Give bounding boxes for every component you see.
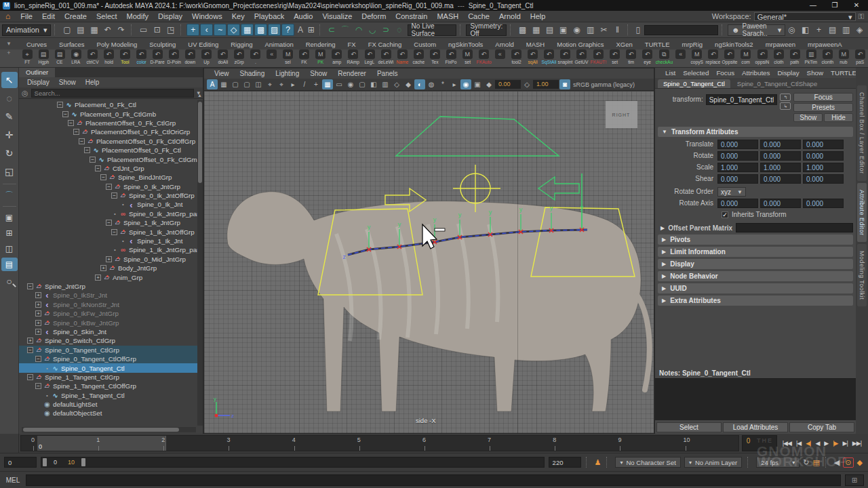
paint-select-tool-icon[interactable]: ✎ (1, 108, 18, 125)
outliner-item[interactable]: Spine_1_Tangent_Ctl (19, 391, 197, 400)
maximize-button[interactable]: ❐ (826, 0, 844, 11)
outliner-item[interactable]: Body_JntGrp (19, 264, 197, 272)
two-pane-layout-icon[interactable]: ◫ (1, 242, 18, 256)
time-tick[interactable]: 5 (347, 436, 412, 451)
time-slider-grip[interactable] (0, 434, 19, 453)
loop-mode-icon[interactable]: ↻ (803, 458, 809, 467)
shelf-tab-menu-icon[interactable]: ▾ (7, 40, 11, 47)
notes-textarea[interactable] (655, 378, 856, 420)
set-key-icon[interactable]: ◆ (857, 458, 863, 467)
shelf-button[interactable]: ↶ cache (410, 49, 427, 65)
focus-button[interactable]: Focus (793, 93, 853, 102)
shelf-tab[interactable]: Arnold (489, 39, 519, 49)
outliner-item[interactable]: Spine_0_Switch_CtlGrp (19, 336, 197, 345)
outliner-menu-item[interactable]: Show (55, 79, 80, 86)
rotate-tool-icon[interactable]: ‹ (200, 24, 213, 36)
animation-preferences-icon[interactable]: ⊙ (843, 458, 853, 468)
shelf-button[interactable]: ↶ doAll (215, 49, 231, 65)
menu-item[interactable]: Playback (250, 11, 290, 22)
shelf-button[interactable]: ↶ GetUV (574, 49, 590, 65)
shelf-button[interactable]: ↶ set (607, 49, 623, 65)
outliner-item[interactable]: defaultObjectSet (19, 409, 197, 418)
expand-toggle-icon[interactable] (111, 247, 119, 253)
menu-item[interactable]: Cache (463, 11, 494, 22)
viewport-menu-item[interactable]: Shading (235, 70, 270, 77)
menu-set-dropdown[interactable]: Animation ▾ (2, 24, 51, 36)
outliner-search-input[interactable]: Search... (31, 89, 195, 98)
status-search-input[interactable] (644, 25, 718, 35)
workspace-dropdown[interactable]: General* ▾ (754, 12, 856, 21)
offset-parent-matrix-section[interactable]: ▶ Offset Parent Matrix (658, 223, 853, 232)
shelf-button[interactable]: ↶ snapInt (557, 49, 574, 65)
outliner-item[interactable]: PlacementOffset_0_Fk_CtlGrp (19, 119, 197, 127)
collapsed-section-header[interactable]: ▶ Pivots (658, 235, 853, 245)
sync-icon[interactable]: ◎ (787, 24, 796, 36)
range-end-handle[interactable] (81, 458, 85, 466)
outliner-item[interactable]: Anim_Grp (19, 272, 197, 281)
expand-toggle-icon[interactable] (106, 256, 112, 262)
value-field-y[interactable]: 0.000 (760, 199, 801, 208)
expand-toggle-icon[interactable] (35, 320, 41, 326)
range-start-handle[interactable] (43, 458, 47, 466)
menu-item[interactable]: Create (60, 11, 92, 22)
shelf-button[interactable]: ↶ . (248, 49, 264, 65)
outliner-item[interactable]: Spine_0_Mid_JntGrp (19, 255, 197, 264)
outliner-item[interactable]: PlacementOffset_0_Fk_CtlOriGrp (19, 127, 197, 136)
sidebar-toggle-icon[interactable]: ◧ (799, 24, 812, 36)
swap-node-back-icon[interactable]: ↳ (780, 102, 791, 110)
tab-transform-node[interactable]: Spine_0_Tangent_Ctl (658, 79, 730, 88)
gate-mask-icon[interactable]: ▢ (357, 79, 368, 89)
attribute-editor-menu-item[interactable]: Show (803, 69, 827, 77)
presets-button[interactable]: Presets (793, 103, 853, 112)
collapsed-section-header[interactable]: ▶ Display (658, 259, 853, 269)
tool-settings-icon[interactable]: ◈ (853, 24, 866, 36)
value-field-z[interactable]: 0.000 (803, 140, 844, 149)
move-tool-icon[interactable]: ✛ (1, 127, 18, 143)
shelf-button[interactable]: M com (738, 49, 754, 65)
shelf-button[interactable]: ▤ Hgph (35, 49, 52, 65)
save-scene-icon[interactable]: ▦ (87, 24, 100, 36)
shelf-tab[interactable]: Curves (20, 39, 53, 49)
playback-button[interactable]: ▶| (842, 440, 849, 447)
render-settings-icon[interactable]: ▤ (543, 24, 556, 36)
character-set-dropdown[interactable]: ▾ No Character Set (615, 457, 680, 468)
menu-item[interactable]: Help (526, 11, 551, 22)
make-live-icon[interactable]: ⊂ (326, 24, 338, 36)
shelf-button[interactable]: ↶ oppsiN (754, 49, 770, 65)
pivot-snap-icon[interactable]: ◡ (366, 24, 379, 36)
expand-toggle-icon[interactable] (27, 374, 33, 380)
live-surface-icon[interactable]: ◌ (393, 24, 406, 36)
attribute-editor-menu-item[interactable]: Focus (713, 69, 738, 77)
add-panel-icon[interactable]: + (812, 24, 825, 36)
menu-item[interactable]: Windows (187, 11, 227, 22)
menu-item[interactable]: Deform (357, 11, 391, 22)
viewport-canvas[interactable]: RIGHT (204, 92, 654, 433)
viewport-panel[interactable]: ViewShadingLightingShowRendererPanels A▦… (203, 68, 654, 434)
menu-item[interactable]: Select (92, 11, 122, 22)
expand-toggle-icon[interactable] (35, 302, 41, 308)
shelf-button[interactable]: ↶ Name (394, 49, 410, 65)
image-plane-icon[interactable]: ◫ (253, 79, 264, 89)
expand-toggle-icon[interactable] (35, 356, 41, 362)
fill-icon[interactable]: ◆ (403, 79, 414, 89)
snap-to-planes-icon[interactable]: ▨ (268, 24, 281, 36)
shelf-button[interactable]: M PK (313, 49, 329, 65)
shelf-button[interactable]: ↶ Tool (117, 49, 133, 65)
value-field-z[interactable]: 0.000 (803, 151, 844, 161)
outliner-item[interactable]: Spine_0_Tangent_CtlGrp (19, 346, 197, 354)
outliner-item[interactable]: Spine_1_Ik_JntGrp (19, 218, 197, 227)
fps-dropdown[interactable]: 24 fps ▾ (756, 457, 800, 468)
live-surface-field[interactable]: No Live Surface (408, 24, 457, 36)
value-field-z[interactable]: 0.000 (803, 174, 844, 184)
shelf-button[interactable]: ↶ cloth (770, 49, 787, 65)
shelf-button[interactable]: ↶ Oppsite (722, 49, 738, 65)
select-camera-icon[interactable]: A (207, 79, 218, 89)
shelf-button[interactable]: ▥ PkTim (803, 49, 819, 65)
auto-key-clapper-icon[interactable]: ▤ (812, 458, 819, 467)
lighting-icon[interactable]: ◐ (414, 79, 425, 89)
new-scene-icon[interactable]: ▢ (60, 24, 73, 36)
shelf-button[interactable]: « (673, 49, 689, 59)
attribute-editor-menu-item[interactable]: Display (774, 69, 803, 77)
value-field-y[interactable]: 0.000 (760, 140, 801, 149)
value-field-x[interactable]: 0.000 (717, 140, 758, 149)
